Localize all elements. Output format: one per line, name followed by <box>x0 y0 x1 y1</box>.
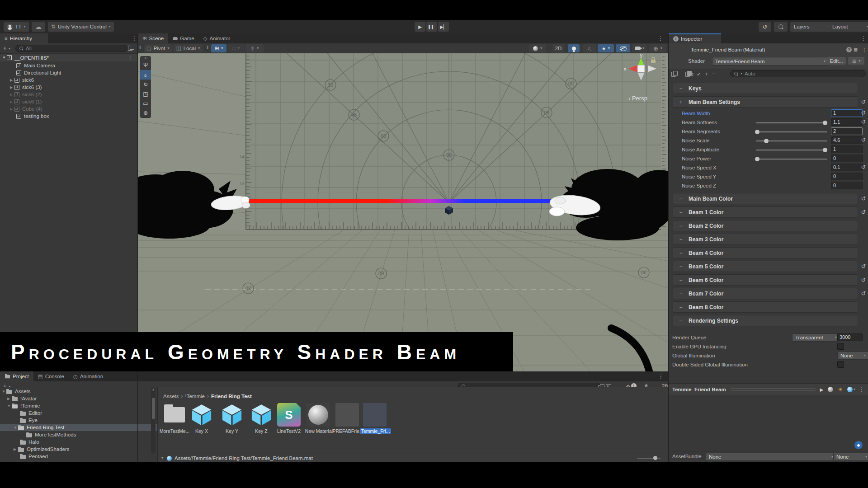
collapse-minus-icon[interactable]: − <box>673 277 689 283</box>
hierarchy-search-input[interactable]: All <box>15 45 127 52</box>
tool-palette-handle[interactable]: ≡ <box>140 56 151 61</box>
tree-item[interactable]: Halo <box>0 438 157 446</box>
version-control-button[interactable]: ⇅ Unity Version Control ▾ <box>48 22 114 32</box>
tab-scene[interactable]: ⊞Scene <box>138 33 168 43</box>
slider-thumb[interactable] <box>755 157 760 161</box>
asset-item[interactable]: New Material <box>304 403 332 434</box>
hierarchy-item[interactable]: ▶Cube (4) <box>0 105 137 113</box>
scrollbar-thumb[interactable] <box>152 398 155 419</box>
noise-scale-slider[interactable] <box>756 141 827 141</box>
section-main-beam-settings[interactable]: +Main Beam Settings <box>673 96 858 108</box>
add-icon[interactable]: + <box>705 70 708 77</box>
undo-history-button[interactable]: ↺ <box>759 22 771 32</box>
tree-item[interactable]: Eye <box>0 417 157 424</box>
scene-effects-button[interactable]: ★▾ <box>598 44 614 52</box>
revert-icon[interactable]: ↺ <box>860 290 867 297</box>
check-icon[interactable]: ✓ <box>697 71 701 77</box>
slider-thumb[interactable] <box>653 456 657 460</box>
slider-thumb[interactable] <box>764 139 769 143</box>
expand-arrow-icon[interactable]: ▶ <box>14 447 18 451</box>
perspective-label[interactable]: ‹ Persp <box>628 95 647 102</box>
kebab-menu-icon[interactable]: ⋮ <box>658 373 664 380</box>
assetbundle-variant-dropdown[interactable]: None▾ <box>833 453 868 461</box>
section-beam-7-color[interactable]: −Beam 7 Color <box>673 288 858 299</box>
breadcrumb-item-current[interactable]: Friend Ring Test <box>211 394 252 399</box>
help-icon[interactable]: ? <box>846 47 852 52</box>
expand-arrow-icon[interactable]: ▶ <box>10 78 14 82</box>
pivot-dropdown[interactable]: ▢Pivot▾ <box>144 44 172 52</box>
render-queue-number-field[interactable]: 3000 <box>837 333 863 341</box>
expand-arrow-icon[interactable]: ▶ <box>10 100 14 104</box>
scene-lighting-button[interactable] <box>568 44 580 52</box>
tab-project[interactable]: Project <box>0 371 33 381</box>
hierarchy-item[interactable]: Directional Light <box>0 69 137 76</box>
tool-transform[interactable]: ⊛ <box>140 108 151 118</box>
inspector-search-input[interactable]: ▾ Auto <box>730 70 866 77</box>
layers-dropdown[interactable]: Layers▾ <box>790 22 834 32</box>
slider-thumb[interactable] <box>823 121 827 125</box>
noise-speed-y-field[interactable]: 0 <box>831 173 863 180</box>
layout-dropdown[interactable]: Layout▾ <box>829 22 868 32</box>
slider-thumb[interactable] <box>755 130 760 134</box>
copy-icon[interactable] <box>671 72 676 77</box>
collapse-minus-icon[interactable]: − <box>673 263 689 270</box>
scene-viewport[interactable]: 30 45 60 90 60 30 14 12 10 30 60 30 <box>137 53 669 375</box>
tab-animator[interactable]: ◇Animator <box>199 33 235 43</box>
remove-icon[interactable]: − <box>712 70 716 77</box>
tool-move[interactable]: ↔↕ <box>140 70 151 80</box>
collapse-icon[interactable]: ⋈ <box>689 71 694 77</box>
expand-arrow-icon[interactable]: ▼ <box>7 404 12 408</box>
section-beam-4-color[interactable]: −Beam 4 Color <box>673 247 858 258</box>
tree-scrollbar[interactable]: ▲ <box>151 388 156 454</box>
beam-width-field[interactable]: 1 <box>831 109 863 117</box>
noise-scale-field[interactable]: 4.6 <box>831 136 863 144</box>
slider-thumb[interactable] <box>823 148 827 152</box>
material-preview-bar[interactable]: Temmie_Friend Beam ▶ ☀ ▾ ⋮ <box>669 383 868 396</box>
noise-speed-z-field[interactable]: 0 <box>831 182 863 189</box>
noise-power-field[interactable]: 0 <box>831 155 863 162</box>
kebab-menu-icon[interactable]: ⋮ <box>132 35 137 42</box>
gizmos-dropdown[interactable]: ⊕▾ <box>649 44 666 52</box>
scroll-up-arrow[interactable]: ▲ <box>151 388 156 391</box>
revert-icon[interactable]: ↺ <box>860 209 867 216</box>
global-search-button[interactable] <box>774 22 788 32</box>
noise-power-slider[interactable] <box>756 159 827 160</box>
collapse-minus-icon[interactable]: − <box>673 304 689 310</box>
preview-skybox-icon[interactable] <box>847 387 853 392</box>
tool-view-hand[interactable]: Ψ <box>140 61 151 70</box>
noise-amplitude-field[interactable]: 1 <box>831 145 863 153</box>
expand-arrow-icon[interactable]: ▶ <box>10 93 14 97</box>
shader-dropdown[interactable]: Temmie/Friend Beam▾ <box>712 57 829 66</box>
expand-plus-icon[interactable]: + <box>673 99 689 105</box>
revert-icon[interactable]: ↺ <box>860 277 867 283</box>
section-keys[interactable]: −Keys <box>673 83 858 94</box>
expand-arrow-icon[interactable]: ▶ <box>7 397 12 401</box>
double-sided-gi-checkbox[interactable] <box>837 361 844 368</box>
breadcrumb-item[interactable]: !Temmie <box>185 394 205 399</box>
revert-icon[interactable]: ↺ <box>860 118 867 125</box>
hierarchy-item[interactable]: ▶sick6 (2) <box>0 91 137 98</box>
collapse-minus-icon[interactable]: − <box>673 236 689 243</box>
collapse-minus-icon[interactable]: − <box>673 250 689 256</box>
chevron-down-icon[interactable]: ▾ <box>161 456 163 460</box>
revert-icon[interactable]: ↺ <box>860 109 867 116</box>
kebab-menu-icon[interactable]: ⋮ <box>862 47 867 53</box>
render-queue-dropdown[interactable]: Transparent▾ <box>792 333 840 342</box>
revert-icon[interactable]: ↺ <box>860 136 867 143</box>
tree-item[interactable]: ▶OptimizedShaders <box>0 446 157 453</box>
tab-game[interactable]: Game <box>168 33 198 43</box>
revert-icon[interactable]: ↺ <box>860 195 867 202</box>
tab-hierarchy[interactable]: ≡ Hierarchy <box>0 33 48 43</box>
gpu-instancing-checkbox[interactable] <box>837 343 844 350</box>
revert-icon[interactable]: ↺ <box>860 164 867 170</box>
section-beam-3-color[interactable]: −Beam 3 Color <box>673 234 858 245</box>
kebab-menu-icon[interactable]: ⋮ <box>658 35 663 42</box>
snap-toggle-button[interactable]: ∷▾ <box>228 44 244 52</box>
collapse-minus-icon[interactable]: − <box>673 318 689 324</box>
expand-arrow-icon[interactable]: ▶ <box>10 107 14 111</box>
collapse-minus-icon[interactable]: − <box>673 196 689 202</box>
tool-scale[interactable]: ◳ <box>140 89 151 99</box>
tree-item[interactable]: Pentaed <box>0 453 157 460</box>
tree-item-selected[interactable]: ▼Friend Ring Test <box>0 424 157 431</box>
hierarchy-item[interactable]: ▶sick6 (1) <box>0 98 137 105</box>
